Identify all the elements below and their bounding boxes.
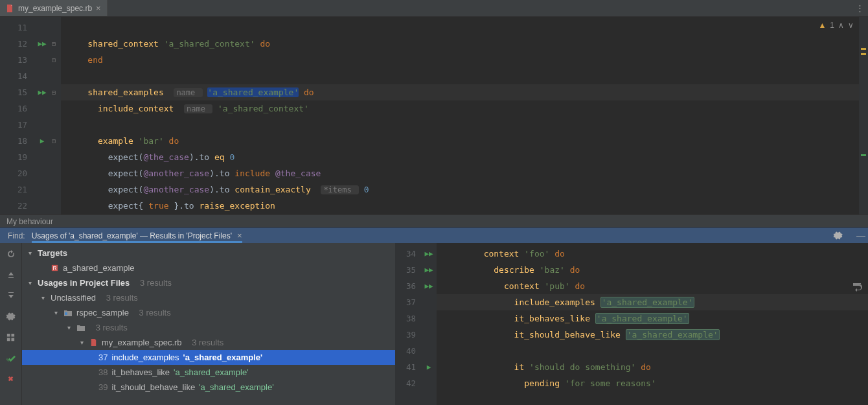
code-line[interactable] [67, 68, 868, 84]
stripe-marker[interactable] [861, 48, 866, 50]
chevron-down-icon[interactable]: ▾ [39, 290, 47, 305]
code-line[interactable]: it_should_behave_like 'a_shared_example' [443, 327, 868, 343]
fold-gutter-cell[interactable]: ⊟ [52, 84, 61, 100]
code-line[interactable]: pending 'for some reasons' [443, 375, 868, 391]
line-number[interactable]: 21 [0, 181, 32, 198]
line-number[interactable]: 11 [0, 19, 32, 36]
run-gutter-cell[interactable]: ▶▶ [421, 262, 437, 278]
run-gutter-cell[interactable]: ▶▶ [32, 36, 52, 52]
stripe-marker[interactable] [861, 154, 866, 156]
line-number[interactable]: 18 [0, 133, 32, 149]
tree-usage-row[interactable]: 37 include_examples 'a_shared_example' [22, 350, 395, 365]
chevron-down-icon[interactable]: ▾ [78, 335, 86, 350]
run-icon[interactable]: ▶▶ [424, 266, 433, 274]
editor[interactable]: 111213141516171819202122 ▶▶▶▶▶ ⊟⊟⊟⊟ shar… [0, 17, 868, 214]
code-line[interactable] [443, 343, 868, 359]
line-number[interactable]: 20 [0, 165, 32, 181]
chevron-down-icon[interactable]: ▾ [52, 305, 60, 320]
run-icon[interactable]: ▶ [427, 363, 431, 371]
close-icon[interactable]: × [96, 3, 101, 13]
fold-gutter-cell[interactable]: ⊟ [52, 52, 61, 68]
code-line[interactable]: describe 'baz' do [443, 262, 868, 278]
find-results-tree[interactable]: ▾TargetsRa_shared_example▾Usages in Proj… [22, 243, 395, 405]
editor-tab[interactable]: my_example_spec.rb × [0, 0, 108, 16]
code-line[interactable]: it 'should do something' do [443, 359, 868, 375]
code-line[interactable]: include_examples 'a_shared_example' [437, 294, 868, 310]
soft-wrap-icon[interactable] [850, 279, 864, 294]
chevron-down-icon[interactable]: ▾ [65, 320, 73, 335]
line-number[interactable]: 22 [0, 198, 32, 214]
tree-target-item[interactable]: Ra_shared_example [22, 260, 395, 275]
tab-menu-icon[interactable]: ⋮ [851, 0, 868, 16]
chevron-down-icon[interactable]: ▾ [26, 246, 34, 260]
run-gutter-cell[interactable]: ▶▶ [421, 278, 437, 294]
code-line[interactable]: expect{ true }.to raise_exception [67, 198, 868, 214]
line-number[interactable]: 19 [0, 149, 32, 165]
line-number[interactable]: 13 [0, 52, 32, 68]
error-stripe[interactable] [859, 17, 868, 214]
tree-usages[interactable]: ▾Usages in Project Files 3 results [22, 275, 395, 290]
fold-icon[interactable]: ⊟ [52, 40, 56, 47]
chevron-down-icon[interactable]: ▾ [26, 275, 34, 290]
exclude-usage-icon[interactable] [4, 371, 18, 386]
line-number[interactable]: 36 [395, 278, 421, 294]
breadcrumb[interactable]: My behaviour [0, 214, 868, 227]
line-number[interactable]: 14 [0, 68, 32, 84]
tree-usage-row[interactable]: 39 it_should_behave_like 'a_shared_examp… [22, 380, 395, 395]
stripe-marker[interactable] [861, 53, 866, 55]
line-number[interactable]: 39 [395, 327, 421, 343]
find-tab[interactable]: Usages of 'a_shared_example' — Results i… [32, 231, 242, 240]
tree-folder[interactable]: ▾ 3 results [22, 320, 395, 335]
code-line[interactable] [67, 117, 868, 133]
run-icon[interactable]: ▶▶ [424, 282, 433, 290]
code-line[interactable] [67, 19, 868, 36]
editor-code-area[interactable]: shared_context 'a_shared_context' do end… [61, 17, 868, 214]
prev-highlight-icon[interactable]: ∧ [838, 21, 844, 30]
line-number[interactable]: 40 [395, 343, 421, 359]
run-icon[interactable]: ▶▶ [38, 40, 46, 48]
breadcrumb-item[interactable]: My behaviour [6, 217, 53, 226]
line-number[interactable]: 35 [395, 262, 421, 278]
code-line[interactable]: context 'foo' do [443, 246, 868, 262]
code-line[interactable]: include_context name 'a_shared_context' [67, 100, 868, 117]
tree-group[interactable]: ▾Unclassified 3 results [22, 290, 395, 305]
code-line[interactable]: shared_context 'a_shared_context' do [67, 36, 868, 52]
run-icon[interactable]: ▶▶ [38, 88, 46, 97]
code-line[interactable]: expect(@the_case).to eq 0 [67, 149, 868, 165]
code-line[interactable]: expect(@another_case).to include @the_ca… [67, 165, 868, 181]
run-gutter-cell[interactable]: ▶ [421, 359, 437, 375]
include-usage-icon[interactable] [4, 351, 18, 365]
tree-module[interactable]: ▾rspec_sample 3 results [22, 305, 395, 320]
minimize-icon[interactable]: — [854, 231, 868, 241]
run-gutter-cell[interactable]: ▶▶ [421, 246, 437, 262]
fold-icon[interactable]: ⊟ [52, 56, 56, 64]
line-number[interactable]: 12 [0, 36, 32, 52]
line-number[interactable]: 15 [0, 84, 32, 100]
usage-preview[interactable]: 343536373839404142 ▶▶▶▶▶▶▶ context 'foo'… [395, 243, 868, 405]
line-number[interactable]: 42 [395, 375, 421, 391]
run-icon[interactable]: ▶ [40, 137, 45, 145]
close-icon[interactable]: × [237, 231, 242, 240]
run-gutter-cell[interactable]: ▶ [32, 133, 52, 149]
preview-code-area[interactable]: context 'foo' do describe 'baz' do conte… [437, 243, 868, 405]
settings-icon[interactable] [4, 309, 18, 323]
tree-targets[interactable]: ▾Targets [22, 246, 395, 260]
fold-icon[interactable]: ⊟ [52, 89, 56, 96]
prev-occurrence-icon[interactable] [4, 268, 18, 282]
line-number[interactable]: 41 [395, 359, 421, 375]
rerun-icon[interactable] [4, 247, 18, 261]
line-number[interactable]: 38 [395, 310, 421, 327]
tree-file[interactable]: ▾my_example_spec.rb 3 results [22, 335, 395, 350]
code-line[interactable]: example 'bar' do [67, 133, 868, 149]
line-number[interactable]: 37 [395, 294, 421, 310]
code-line[interactable]: shared_examples name 'a_shared_example' … [61, 84, 868, 100]
code-line[interactable]: context 'pub' do [443, 278, 868, 294]
code-line[interactable]: end [67, 52, 868, 68]
run-gutter-cell[interactable]: ▶▶ [32, 84, 52, 100]
group-by-icon[interactable] [4, 330, 18, 344]
line-number[interactable]: 34 [395, 246, 421, 262]
fold-gutter-cell[interactable]: ⊟ [52, 133, 61, 149]
line-number[interactable]: 16 [0, 100, 32, 117]
fold-icon[interactable]: ⊟ [52, 137, 56, 145]
inspections-widget[interactable]: ▲ 1 ∧ ∨ [818, 21, 854, 30]
